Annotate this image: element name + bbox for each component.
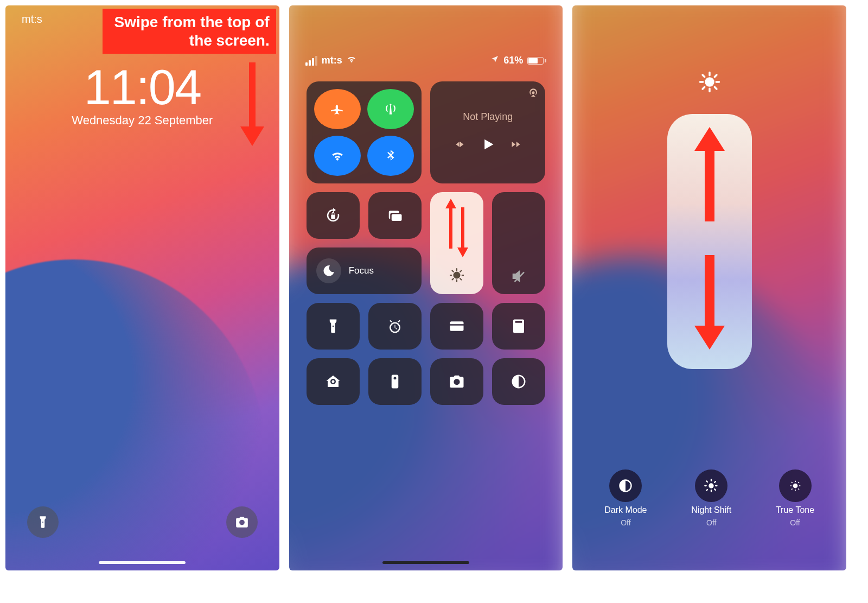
- camera-icon: [449, 373, 465, 390]
- drag-down-arrow-annotation: [694, 255, 725, 350]
- bluetooth-toggle[interactable]: [367, 136, 414, 176]
- airplane-icon: [330, 102, 344, 116]
- option-state: Off: [621, 518, 630, 527]
- carrier-label: mt:s: [322, 55, 342, 66]
- flashlight-icon: [325, 318, 341, 334]
- next-icon: [510, 139, 521, 150]
- lock-time: 11:04: [5, 60, 279, 116]
- battery-icon: [527, 57, 546, 65]
- wifi-toggle[interactable]: [314, 136, 361, 176]
- status-bar: mt:s 61%: [305, 54, 547, 67]
- night-shift-icon: [704, 478, 719, 493]
- play-icon: [480, 137, 495, 152]
- brightness-icon: [450, 268, 464, 284]
- instruction-annotation: Swipe from the top of the screen.: [103, 9, 276, 54]
- option-state: Off: [790, 518, 800, 527]
- svg-point-4: [793, 484, 797, 488]
- media-module[interactable]: Not Playing: [430, 81, 545, 183]
- alarm-icon: [387, 318, 403, 334]
- battery-percent: 61%: [503, 55, 523, 66]
- screen-mirroring-button[interactable]: [368, 192, 422, 239]
- brightness-expanded-panel: Dark Mode Off Night Shift Off True Tone …: [572, 5, 846, 570]
- flashlight-shortcut[interactable]: [307, 303, 360, 350]
- remote-icon: [387, 373, 403, 390]
- antenna-icon: [384, 102, 398, 116]
- home-indicator[interactable]: [99, 561, 186, 564]
- calculator-icon: [510, 318, 527, 334]
- svg-point-3: [709, 483, 714, 488]
- moon-icon: [316, 258, 341, 283]
- camera-icon: [235, 515, 249, 529]
- flashlight-button[interactable]: [27, 506, 59, 538]
- camera-button[interactable]: [226, 506, 258, 538]
- option-state: Off: [706, 518, 716, 527]
- airplay-button[interactable]: [528, 87, 539, 100]
- drag-annotation: [448, 199, 466, 257]
- volume-muted-icon: [510, 268, 527, 284]
- orientation-lock-icon: [325, 207, 341, 224]
- home-icon: [325, 373, 341, 390]
- option-label: True Tone: [776, 505, 814, 515]
- screen-mirroring-icon: [387, 207, 403, 224]
- control-center-panel: mt:s 61% Not Playing: [289, 5, 563, 570]
- wallet-shortcut[interactable]: [430, 303, 483, 350]
- home-indicator[interactable]: [382, 561, 469, 564]
- brightness-slider[interactable]: [430, 192, 483, 294]
- brightness-icon: [698, 71, 721, 96]
- volume-slider[interactable]: [492, 192, 545, 294]
- night-shift-option[interactable]: Night Shift Off: [691, 469, 731, 527]
- signal-icon: [305, 56, 317, 66]
- true-tone-option[interactable]: True Tone Off: [776, 469, 814, 527]
- play-button[interactable]: [480, 137, 495, 154]
- media-status-label: Not Playing: [463, 111, 513, 123]
- true-tone-icon: [788, 478, 803, 493]
- previous-icon: [454, 139, 465, 150]
- location-icon: [490, 55, 499, 66]
- dark-mode-option[interactable]: Dark Mode Off: [604, 469, 647, 527]
- home-shortcut[interactable]: [307, 358, 360, 405]
- dark-mode-shortcut[interactable]: [492, 358, 545, 405]
- option-label: Dark Mode: [604, 505, 647, 515]
- lock-screen-panel: mt:s Swipe from the top of the screen. 1…: [5, 5, 279, 570]
- focus-button[interactable]: Focus: [307, 247, 422, 294]
- airplane-mode-toggle[interactable]: [314, 89, 361, 129]
- wifi-icon: [330, 149, 344, 163]
- next-track-button[interactable]: [510, 139, 521, 152]
- orientation-lock-toggle[interactable]: [307, 192, 360, 239]
- wallet-icon: [449, 318, 465, 334]
- camera-shortcut[interactable]: [430, 358, 483, 405]
- lock-screen-clock: 11:04 Wednesday 22 September: [5, 60, 279, 128]
- previous-track-button[interactable]: [454, 139, 465, 152]
- cellular-data-toggle[interactable]: [367, 89, 414, 129]
- dark-mode-icon: [618, 478, 633, 493]
- focus-label: Focus: [349, 265, 374, 276]
- connectivity-module[interactable]: [307, 81, 422, 183]
- drag-up-arrow-annotation: [694, 127, 725, 221]
- flashlight-icon: [36, 515, 50, 529]
- svg-point-1: [706, 78, 713, 86]
- lock-date: Wednesday 22 September: [5, 113, 279, 128]
- wifi-icon: [347, 54, 356, 67]
- remote-shortcut[interactable]: [368, 358, 422, 405]
- bluetooth-icon: [384, 149, 398, 163]
- alarm-shortcut[interactable]: [368, 303, 422, 350]
- option-label: Night Shift: [691, 505, 731, 515]
- calculator-shortcut[interactable]: [492, 303, 545, 350]
- airplay-icon: [528, 87, 539, 98]
- dark-mode-icon: [510, 373, 527, 390]
- carrier-label: mt:s: [22, 13, 42, 26]
